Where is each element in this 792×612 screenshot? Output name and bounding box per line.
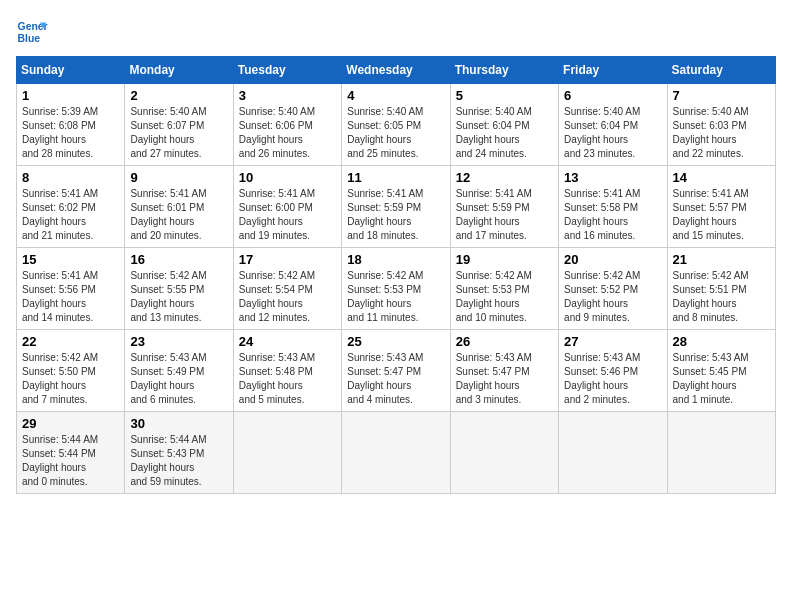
calendar-cell — [233, 412, 341, 494]
calendar-cell: 12 Sunrise: 5:41 AM Sunset: 5:59 PM Dayl… — [450, 166, 558, 248]
day-info: Sunrise: 5:42 AM Sunset: 5:53 PM Dayligh… — [456, 269, 553, 325]
calendar-cell: 19 Sunrise: 5:42 AM Sunset: 5:53 PM Dayl… — [450, 248, 558, 330]
svg-text:Blue: Blue — [18, 33, 41, 44]
day-number: 27 — [564, 334, 661, 349]
day-number: 15 — [22, 252, 119, 267]
calendar-cell — [667, 412, 775, 494]
calendar-cell: 21 Sunrise: 5:42 AM Sunset: 5:51 PM Dayl… — [667, 248, 775, 330]
calendar-cell: 24 Sunrise: 5:43 AM Sunset: 5:48 PM Dayl… — [233, 330, 341, 412]
calendar-cell: 8 Sunrise: 5:41 AM Sunset: 6:02 PM Dayli… — [17, 166, 125, 248]
day-info: Sunrise: 5:40 AM Sunset: 6:07 PM Dayligh… — [130, 105, 227, 161]
day-info: Sunrise: 5:42 AM Sunset: 5:50 PM Dayligh… — [22, 351, 119, 407]
calendar-cell: 29 Sunrise: 5:44 AM Sunset: 5:44 PM Dayl… — [17, 412, 125, 494]
day-number: 2 — [130, 88, 227, 103]
calendar-cell: 1 Sunrise: 5:39 AM Sunset: 6:08 PM Dayli… — [17, 84, 125, 166]
calendar-week-row: 22 Sunrise: 5:42 AM Sunset: 5:50 PM Dayl… — [17, 330, 776, 412]
day-number: 23 — [130, 334, 227, 349]
calendar-cell: 13 Sunrise: 5:41 AM Sunset: 5:58 PM Dayl… — [559, 166, 667, 248]
calendar-week-row: 8 Sunrise: 5:41 AM Sunset: 6:02 PM Dayli… — [17, 166, 776, 248]
calendar-cell — [559, 412, 667, 494]
calendar-cell: 18 Sunrise: 5:42 AM Sunset: 5:53 PM Dayl… — [342, 248, 450, 330]
day-info: Sunrise: 5:41 AM Sunset: 6:01 PM Dayligh… — [130, 187, 227, 243]
day-number: 21 — [673, 252, 770, 267]
day-info: Sunrise: 5:41 AM Sunset: 6:00 PM Dayligh… — [239, 187, 336, 243]
weekday-header-thursday: Thursday — [450, 57, 558, 84]
day-number: 5 — [456, 88, 553, 103]
calendar-cell: 11 Sunrise: 5:41 AM Sunset: 5:59 PM Dayl… — [342, 166, 450, 248]
day-info: Sunrise: 5:41 AM Sunset: 5:59 PM Dayligh… — [456, 187, 553, 243]
day-number: 4 — [347, 88, 444, 103]
day-info: Sunrise: 5:42 AM Sunset: 5:55 PM Dayligh… — [130, 269, 227, 325]
day-number: 19 — [456, 252, 553, 267]
calendar-cell: 5 Sunrise: 5:40 AM Sunset: 6:04 PM Dayli… — [450, 84, 558, 166]
day-number: 8 — [22, 170, 119, 185]
day-info: Sunrise: 5:44 AM Sunset: 5:44 PM Dayligh… — [22, 433, 119, 489]
calendar-cell: 4 Sunrise: 5:40 AM Sunset: 6:05 PM Dayli… — [342, 84, 450, 166]
day-number: 26 — [456, 334, 553, 349]
day-number: 25 — [347, 334, 444, 349]
calendar-cell — [342, 412, 450, 494]
day-info: Sunrise: 5:43 AM Sunset: 5:46 PM Dayligh… — [564, 351, 661, 407]
day-number: 3 — [239, 88, 336, 103]
day-number: 9 — [130, 170, 227, 185]
calendar-cell: 23 Sunrise: 5:43 AM Sunset: 5:49 PM Dayl… — [125, 330, 233, 412]
calendar-cell: 25 Sunrise: 5:43 AM Sunset: 5:47 PM Dayl… — [342, 330, 450, 412]
weekday-header-saturday: Saturday — [667, 57, 775, 84]
calendar-week-row: 1 Sunrise: 5:39 AM Sunset: 6:08 PM Dayli… — [17, 84, 776, 166]
day-number: 10 — [239, 170, 336, 185]
day-info: Sunrise: 5:41 AM Sunset: 6:02 PM Dayligh… — [22, 187, 119, 243]
day-number: 6 — [564, 88, 661, 103]
day-number: 13 — [564, 170, 661, 185]
weekday-header-tuesday: Tuesday — [233, 57, 341, 84]
day-info: Sunrise: 5:44 AM Sunset: 5:43 PM Dayligh… — [130, 433, 227, 489]
day-info: Sunrise: 5:43 AM Sunset: 5:47 PM Dayligh… — [456, 351, 553, 407]
day-number: 1 — [22, 88, 119, 103]
calendar-cell: 10 Sunrise: 5:41 AM Sunset: 6:00 PM Dayl… — [233, 166, 341, 248]
day-info: Sunrise: 5:41 AM Sunset: 5:56 PM Dayligh… — [22, 269, 119, 325]
day-number: 30 — [130, 416, 227, 431]
calendar-cell: 6 Sunrise: 5:40 AM Sunset: 6:04 PM Dayli… — [559, 84, 667, 166]
day-number: 16 — [130, 252, 227, 267]
calendar-cell: 17 Sunrise: 5:42 AM Sunset: 5:54 PM Dayl… — [233, 248, 341, 330]
calendar-cell: 2 Sunrise: 5:40 AM Sunset: 6:07 PM Dayli… — [125, 84, 233, 166]
day-info: Sunrise: 5:43 AM Sunset: 5:47 PM Dayligh… — [347, 351, 444, 407]
day-info: Sunrise: 5:42 AM Sunset: 5:52 PM Dayligh… — [564, 269, 661, 325]
day-info: Sunrise: 5:39 AM Sunset: 6:08 PM Dayligh… — [22, 105, 119, 161]
day-number: 11 — [347, 170, 444, 185]
day-number: 18 — [347, 252, 444, 267]
day-info: Sunrise: 5:40 AM Sunset: 6:06 PM Dayligh… — [239, 105, 336, 161]
calendar-cell: 7 Sunrise: 5:40 AM Sunset: 6:03 PM Dayli… — [667, 84, 775, 166]
weekday-header-friday: Friday — [559, 57, 667, 84]
day-info: Sunrise: 5:43 AM Sunset: 5:45 PM Dayligh… — [673, 351, 770, 407]
day-info: Sunrise: 5:40 AM Sunset: 6:03 PM Dayligh… — [673, 105, 770, 161]
day-number: 20 — [564, 252, 661, 267]
day-info: Sunrise: 5:41 AM Sunset: 5:59 PM Dayligh… — [347, 187, 444, 243]
day-number: 7 — [673, 88, 770, 103]
weekday-header-sunday: Sunday — [17, 57, 125, 84]
weekday-header-monday: Monday — [125, 57, 233, 84]
day-info: Sunrise: 5:43 AM Sunset: 5:49 PM Dayligh… — [130, 351, 227, 407]
day-info: Sunrise: 5:40 AM Sunset: 6:04 PM Dayligh… — [564, 105, 661, 161]
day-number: 24 — [239, 334, 336, 349]
calendar-table: SundayMondayTuesdayWednesdayThursdayFrid… — [16, 56, 776, 494]
calendar-cell: 22 Sunrise: 5:42 AM Sunset: 5:50 PM Dayl… — [17, 330, 125, 412]
day-number: 14 — [673, 170, 770, 185]
day-info: Sunrise: 5:42 AM Sunset: 5:51 PM Dayligh… — [673, 269, 770, 325]
logo: General Blue — [16, 16, 48, 48]
calendar-cell: 16 Sunrise: 5:42 AM Sunset: 5:55 PM Dayl… — [125, 248, 233, 330]
calendar-cell: 26 Sunrise: 5:43 AM Sunset: 5:47 PM Dayl… — [450, 330, 558, 412]
calendar-cell: 9 Sunrise: 5:41 AM Sunset: 6:01 PM Dayli… — [125, 166, 233, 248]
logo-icon: General Blue — [16, 16, 48, 48]
day-number: 17 — [239, 252, 336, 267]
calendar-week-row: 15 Sunrise: 5:41 AM Sunset: 5:56 PM Dayl… — [17, 248, 776, 330]
day-info: Sunrise: 5:40 AM Sunset: 6:04 PM Dayligh… — [456, 105, 553, 161]
calendar-cell: 27 Sunrise: 5:43 AM Sunset: 5:46 PM Dayl… — [559, 330, 667, 412]
calendar-cell — [450, 412, 558, 494]
calendar-cell: 3 Sunrise: 5:40 AM Sunset: 6:06 PM Dayli… — [233, 84, 341, 166]
weekday-header-wednesday: Wednesday — [342, 57, 450, 84]
day-number: 12 — [456, 170, 553, 185]
day-info: Sunrise: 5:41 AM Sunset: 5:58 PM Dayligh… — [564, 187, 661, 243]
calendar-cell: 30 Sunrise: 5:44 AM Sunset: 5:43 PM Dayl… — [125, 412, 233, 494]
day-number: 29 — [22, 416, 119, 431]
calendar-cell: 14 Sunrise: 5:41 AM Sunset: 5:57 PM Dayl… — [667, 166, 775, 248]
